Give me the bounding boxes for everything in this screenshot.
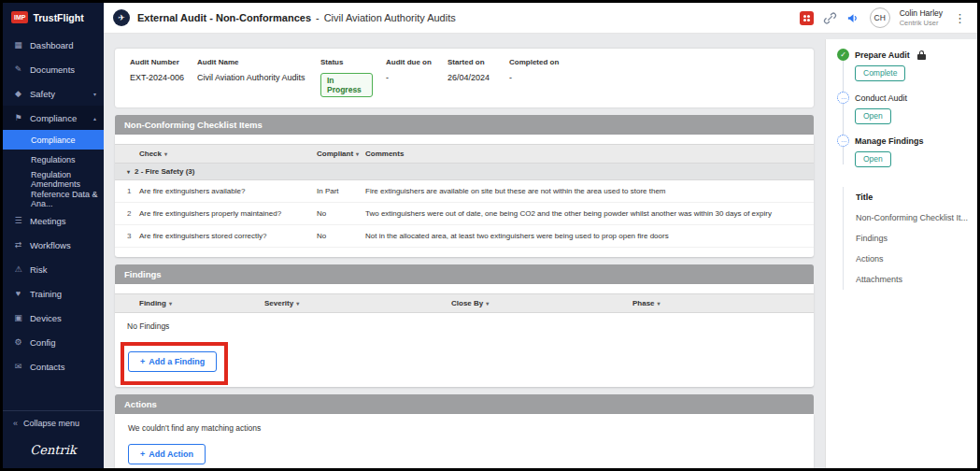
megaphone-icon[interactable]	[846, 11, 860, 25]
sidebar-item-meetings[interactable]: ☰ Meetings	[3, 208, 104, 233]
sidebar-item-label: Dashboard	[30, 40, 73, 50]
sidebar-bottom: « Collapse menu Centrik	[3, 407, 104, 468]
section-title: Findings	[115, 264, 814, 284]
status-badge: In Progress	[320, 73, 373, 97]
main-panel: Dashboard/Compliance/Compliance - Checkl…	[115, 39, 814, 468]
sms-app-icon[interactable]	[800, 11, 814, 25]
sidebar-item-safety[interactable]: ◆ Safety ▾	[3, 81, 104, 106]
column-check[interactable]: Check▾	[139, 150, 317, 158]
add-finding-button[interactable]: +Add a Finding	[128, 351, 217, 372]
column-phase[interactable]: Phase▾	[632, 299, 814, 307]
link-non-conforming-checklist-items[interactable]: Non-Conforming Checklist It...	[856, 207, 970, 228]
field-value: Civil Aviation Authority Audits	[197, 73, 307, 82]
centrik-logo: Centrik	[3, 435, 104, 468]
checklist-header-row: Check▾ Compliant▾ Comments	[115, 144, 814, 164]
workflow-panel: ✓ Prepare Audit Complete ⋯ Conduct Audit…	[825, 39, 977, 468]
sidebar-item-training[interactable]: ♥ Training	[3, 281, 104, 306]
field-value: EXT-2024-006	[130, 73, 184, 82]
workflow-step-manage-findings: ⋯ Manage Findings Open	[837, 135, 970, 178]
link-findings[interactable]: Findings	[856, 228, 970, 249]
add-action-button[interactable]: +Add Action	[128, 444, 206, 464]
sort-caret-icon: ▾	[356, 151, 359, 157]
sidebar-item-label: Devices	[30, 313, 62, 323]
meetings-icon: ☰	[13, 216, 23, 225]
app-logo[interactable]: IMP TrustFlight	[3, 3, 104, 33]
check-text: Are fire extinguishers stored correctly?	[139, 232, 317, 240]
step-complete-check-icon: ✓	[837, 49, 849, 61]
column-compliant[interactable]: Compliant▾	[317, 150, 365, 158]
sidebar-item-contacts[interactable]: ✉ Contacts	[3, 354, 104, 378]
sidebar-item-label: Compliance	[30, 113, 77, 123]
field-started-on: Started on 26/04/2024	[447, 58, 496, 97]
page-title: External Audit - Non-Conformances	[137, 12, 311, 23]
sidebar-item-dashboard[interactable]: ▦ Dashboard	[3, 33, 104, 57]
row-number: 2	[115, 209, 139, 218]
group-label: 2 - Fire Safety (3)	[135, 167, 194, 176]
step-pending-icon: ⋯	[837, 92, 849, 104]
avatar[interactable]: CH	[870, 7, 890, 28]
sidebar-subitem-reference-data[interactable]: Reference Data & Ana...	[3, 189, 104, 208]
workflow-steps: ✓ Prepare Audit Complete ⋯ Conduct Audit…	[837, 49, 970, 178]
checklist-section: Non-Conforming Checklist Items Check▾ Co…	[115, 115, 814, 257]
open-conduct-audit-button[interactable]: Open	[855, 108, 891, 124]
checklist-group-row[interactable]: ▾ 2 - Fire Safety (3)	[115, 164, 814, 180]
sidebar-item-compliance[interactable]: ⚑ Compliance ▴	[3, 106, 104, 130]
logo-badge: IMP	[11, 11, 28, 23]
link-attachments[interactable]: Attachments	[856, 269, 970, 290]
user-info[interactable]: Colin Harley Centrik User	[900, 8, 943, 26]
sidebar-item-label: Workflows	[30, 240, 71, 250]
field-audit-number: Audit Number EXT-2024-006	[130, 58, 184, 97]
collapse-icon: «	[13, 419, 18, 428]
sidebar-item-risk[interactable]: ⚠ Risk	[3, 257, 104, 281]
no-actions-text: We couldn't find any matching actions	[128, 423, 801, 444]
kebab-menu-icon[interactable]: ⋮	[952, 11, 968, 25]
workflow-step-prepare-audit: ✓ Prepare Audit Complete	[837, 49, 970, 92]
sidebar-item-documents[interactable]: ✎ Documents	[3, 57, 104, 81]
checklist-body: Check▾ Compliant▾ Comments ▾ 2 - Fire Sa…	[115, 135, 814, 257]
column-finding[interactable]: Finding▾	[115, 299, 264, 307]
link-actions[interactable]: Actions	[856, 249, 970, 269]
sidebar-item-label: Meetings	[30, 216, 66, 226]
actions-section: Actions We couldn't find any matching ac…	[115, 394, 814, 471]
compliance-icon: ⚑	[13, 113, 23, 122]
sidebar-item-config[interactable]: ⚙ Config	[3, 330, 104, 354]
section-title: Actions	[115, 394, 814, 414]
link-title[interactable]: Title	[856, 187, 970, 207]
page-subtitle: Civil Aviation Authority Audits	[324, 12, 456, 23]
sidebar-subitem-regulation-amendments[interactable]: Regulation Amendments	[3, 169, 104, 189]
sidebar-nav: ▦ Dashboard ✎ Documents ◆ Safety ▾ ⚑ Com…	[3, 33, 104, 378]
sidebar-subitem-compliance[interactable]: Compliance	[3, 130, 104, 150]
sort-caret-icon: ▾	[658, 301, 660, 307]
sidebar-subitem-regulations[interactable]: Regulations	[3, 150, 104, 169]
workflow-step-conduct-audit: ⋯ Conduct Audit Open	[837, 92, 970, 135]
compliant-value: No	[317, 209, 365, 218]
column-close-by[interactable]: Close By▾	[451, 299, 632, 307]
open-manage-findings-button[interactable]: Open	[855, 151, 891, 167]
column-severity[interactable]: Severity▾	[264, 299, 451, 307]
checklist-row[interactable]: 1 Are fire extinguishers available? In P…	[115, 180, 814, 203]
complete-button[interactable]: Complete	[855, 65, 905, 81]
field-label: Audit Name	[197, 58, 307, 66]
plus-icon: +	[140, 357, 145, 366]
checklist-row[interactable]: 3 Are fire extinguishers stored correctl…	[115, 225, 814, 248]
actions-body: We couldn't find any matching actions +A…	[115, 414, 814, 471]
field-completed-on: Completed on -	[509, 58, 567, 97]
lock-icon	[917, 50, 926, 60]
collapse-menu-button[interactable]: « Collapse menu	[3, 411, 104, 435]
findings-body: Finding▾ Severity▾ Close By▾ Phase▾ No F…	[115, 284, 814, 387]
field-status: Status In Progress	[320, 58, 373, 97]
title-separator: -	[316, 12, 320, 23]
link-icon[interactable]	[823, 11, 837, 25]
sidebar-item-devices[interactable]: ▣ Devices	[3, 306, 104, 330]
topbar-actions: CH Colin Harley Centrik User ⋮	[800, 7, 968, 28]
sidebar-item-workflows[interactable]: ⇄ Workflows	[3, 233, 104, 257]
safety-icon: ◆	[13, 89, 23, 98]
app-window: IMP TrustFlight ▦ Dashboard ✎ Documents …	[0, 0, 980, 471]
field-label: Audit Number	[130, 58, 184, 66]
checklist-row[interactable]: 2 Are fire extinguishers properly mainta…	[115, 203, 814, 225]
topbar: ✈ External Audit - Non-Conformances - Ci…	[104, 3, 977, 34]
chevron-down-icon: ▾	[93, 91, 96, 97]
plus-icon: +	[140, 450, 145, 459]
step-label: Manage Findings	[855, 136, 924, 146]
documents-icon: ✎	[13, 64, 23, 74]
